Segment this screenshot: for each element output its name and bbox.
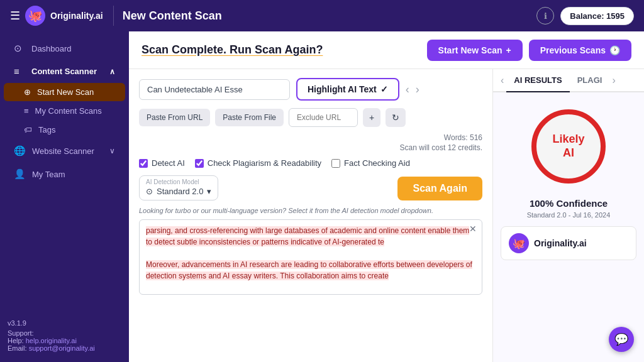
chevron-down-icon: ∨ [109, 146, 115, 155]
sidebar-subitem-label: My Content Scans [35, 106, 102, 116]
plagiarism-label: Check Plagiarism & Readability [208, 158, 321, 168]
chat-bubble[interactable]: 💬 [609, 327, 634, 352]
brand-section: ☰ 🐙 Originality.ai [10, 6, 114, 26]
content-scanner-icon: ≡ [14, 66, 25, 77]
main-content: Scan Complete. Run Scan Again? Start New… [129, 31, 644, 362]
nav-left-arrow[interactable]: ‹ [406, 83, 409, 96]
sidebar: ⊙ Dashboard ≡ Content Scanner ∧ ⊕ Start … [0, 31, 129, 362]
scan-complete-title: Scan Complete. Run Scan Again? [142, 43, 323, 57]
sidebar-subitem-start-new-scan[interactable]: ⊕ Start New Scan [4, 83, 125, 101]
paste-from-url-button[interactable]: Paste From URL [139, 109, 210, 126]
team-icon: 👤 [14, 168, 26, 180]
chevron-up-icon: ∧ [109, 67, 115, 76]
tab-plagi[interactable]: PLAGI [570, 69, 610, 92]
sidebar-item-label: Dashboard [31, 44, 72, 53]
url-row: Paste From URL Paste From File + ↻ [139, 108, 482, 127]
confidence-sub: Standard 2.0 - Jul 16, 2024 [527, 211, 611, 219]
dashboard-icon: ⊙ [14, 43, 25, 54]
plus-circle-icon: ⊕ [24, 87, 31, 97]
sidebar-item-label: Website Scanner [32, 146, 94, 156]
topbar-right: ℹ Balance: 1595 [536, 7, 634, 25]
help-link[interactable]: help.originality.ai [26, 337, 77, 344]
sidebar-subitem-my-content-scans[interactable]: ≡ My Content Scans [4, 102, 125, 120]
tab-right-arrow[interactable]: › [609, 70, 618, 91]
gauge-line2: AI [552, 146, 584, 160]
model-dropdown-icon: ▾ [207, 187, 211, 196]
app-topbar: ☰ 🐙 Originality.ai New Content Scan ℹ Ba… [0, 0, 644, 31]
detect-ai-checkbox[interactable] [139, 159, 148, 168]
rotate-button[interactable]: ↻ [386, 108, 406, 127]
model-row: AI Detection Model ⊙ Standard 2.0 ▾ Scan… [139, 175, 482, 200]
tag-icon: 🏷 [24, 125, 32, 134]
help-link-row: Help: help.originality.ai [8, 337, 121, 344]
gauge-container: Likely AI [525, 102, 613, 190]
email-link-row: Email: support@originality.ai [8, 344, 121, 352]
sidebar-item-label: Content Scanner [31, 67, 97, 76]
fact-checking-checkbox-label[interactable]: Fact Checking Aid [331, 158, 410, 168]
credit-cost: Scan will cost 12 credits. [139, 143, 482, 152]
orig-logo-icon: 🐙 [509, 233, 529, 253]
paste-from-file-button[interactable]: Paste From File [215, 109, 284, 126]
checkmark-icon: ✓ [380, 84, 388, 94]
website-scanner-icon: 🌐 [14, 145, 26, 156]
gauge-line1: Likely [552, 133, 584, 146]
checkbox-row: Detect AI Check Plagiarism & Readability… [139, 158, 482, 168]
left-panel: Highlight AI Text ✓ ‹ › Paste From URL P… [129, 69, 493, 362]
fact-checking-checkbox[interactable] [331, 159, 340, 168]
sidebar-item-website-scanner[interactable]: 🌐 Website Scanner ∨ [4, 140, 125, 162]
nav-right-arrow[interactable]: › [416, 83, 419, 96]
sidebar-subitem-label: Start New Scan [37, 87, 94, 97]
text-content-box: ✕ parsing, and cross-referencing with la… [139, 219, 482, 295]
sidebar-item-my-team[interactable]: 👤 My Team [4, 163, 125, 185]
info-button[interactable]: ℹ [536, 7, 554, 25]
result-tabs: ‹ AI RESULTS PLAGI › [493, 69, 644, 92]
version-text: v3.1.9 [8, 319, 121, 327]
clock-icon: 🕐 [609, 45, 620, 55]
plus-icon: + [506, 45, 511, 55]
page-title-header: New Content Scan [123, 9, 222, 23]
model-icon: ⊙ [146, 187, 153, 196]
text-content-2: Moreover, advancements in AI research ar… [146, 260, 472, 280]
model-hint: Looking for turbo or our multi-language … [139, 207, 482, 214]
email-link[interactable]: support@originality.ai [29, 344, 95, 352]
word-count: Words: 516 [139, 133, 482, 142]
sidebar-item-label: My Team [32, 170, 65, 179]
support-section: Support: [8, 329, 121, 337]
brand-name: Originality.ai [50, 11, 103, 21]
tab-left-arrow[interactable]: ‹ [498, 70, 506, 91]
sidebar-subitem-tags[interactable]: 🏷 Tags [4, 121, 125, 139]
model-select[interactable]: ⊙ Standard 2.0 ▾ [146, 187, 211, 196]
hamburger-icon[interactable]: ☰ [10, 9, 20, 23]
highlight-ai-text-button[interactable]: Highlight AI Text ✓ [296, 78, 399, 101]
list-icon: ≡ [24, 106, 29, 116]
confidence-label: 100% Confidence [530, 198, 608, 209]
sidebar-item-dashboard[interactable]: ⊙ Dashboard [4, 37, 125, 60]
model-value: Standard 2.0 [157, 187, 203, 196]
close-button[interactable]: ✕ [469, 224, 477, 234]
model-group: AI Detection Model ⊙ Standard 2.0 ▾ [139, 175, 218, 200]
add-url-button[interactable]: + [363, 108, 380, 127]
input-row: Highlight AI Text ✓ ‹ › [139, 78, 482, 101]
highlight-label: Highlight AI Text [308, 84, 377, 94]
page-section: New Content Scan [123, 9, 531, 23]
exclude-url-input[interactable] [289, 108, 358, 127]
detect-ai-checkbox-label[interactable]: Detect AI [139, 158, 185, 168]
logo-icon: 🐙 [25, 6, 45, 26]
start-new-scan-button[interactable]: Start New Scan + [427, 40, 523, 61]
text-content-1: parsing, and cross-referencing with larg… [146, 226, 469, 246]
ai-result-content: Likely AI 100% Confidence Standard 2.0 -… [493, 92, 644, 268]
nav-section-main: ⊙ Dashboard ≡ Content Scanner ∧ ⊕ Start … [0, 31, 129, 191]
right-panel: ‹ AI RESULTS PLAGI › [493, 69, 644, 362]
content-text-input[interactable] [139, 79, 290, 100]
scan-topbar: Scan Complete. Run Scan Again? Start New… [129, 31, 644, 69]
plagiarism-checkbox-label[interactable]: Check Plagiarism & Readability [195, 158, 321, 168]
topbar-actions: Start New Scan + Previous Scans 🕐 [427, 40, 631, 61]
previous-scans-button[interactable]: Previous Scans 🕐 [529, 40, 631, 61]
tab-ai-results[interactable]: AI RESULTS [506, 69, 569, 92]
scan-again-button[interactable]: Scan Again [397, 177, 482, 200]
sidebar-footer: v3.1.9 Support: Help: help.originality.a… [0, 313, 129, 358]
plagiarism-checkbox[interactable] [195, 159, 204, 168]
sidebar-item-content-scanner[interactable]: ≡ Content Scanner ∧ [4, 60, 125, 82]
content-area: Highlight AI Text ✓ ‹ › Paste From URL P… [129, 69, 644, 362]
fact-checking-label: Fact Checking Aid [344, 158, 410, 168]
